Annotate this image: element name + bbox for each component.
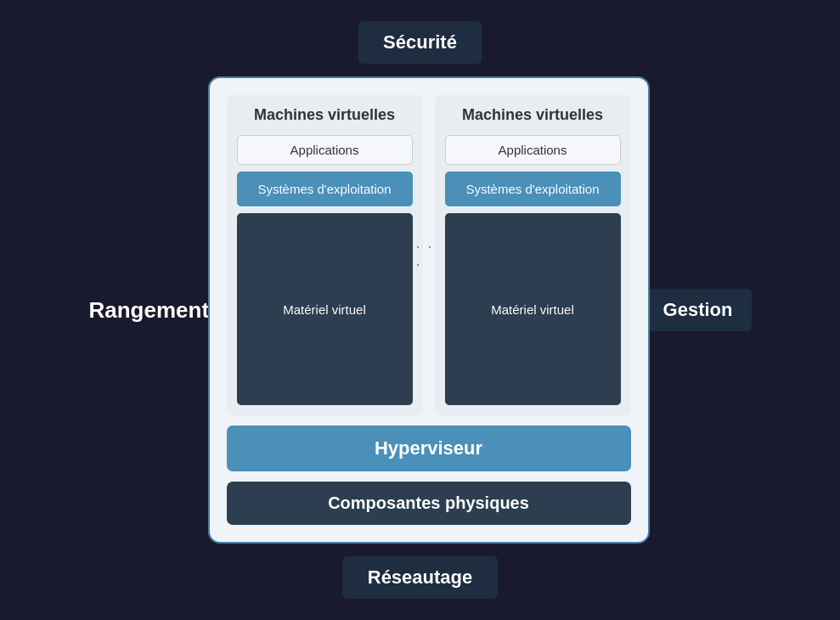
vm-box-1: Machines virtuelles Applications Système… [227, 95, 423, 415]
gestion-label: Gestion [645, 289, 752, 331]
vm1-applications: Applications [237, 135, 413, 165]
diagram-wrapper: Sécurité Réseautage Rangement Gestion Ma… [89, 21, 752, 599]
vm1-os: Systèmes d'exploitation [237, 172, 413, 206]
vm2-os: Systèmes d'exploitation [445, 172, 621, 206]
securite-label: Sécurité [358, 21, 482, 64]
vm-box-2: Machines virtuelles Applications Système… [435, 95, 631, 415]
vm1-hardware: Matériel virtuel [237, 213, 413, 405]
vm2-hardware: Matériel virtuel [445, 213, 621, 405]
vm-row: Machines virtuelles Applications Système… [227, 95, 631, 415]
vm1-title: Machines virtuelles [237, 105, 413, 128]
main-container: Machines virtuelles Applications Système… [208, 76, 650, 544]
rangement-label: Rangement [89, 297, 210, 324]
vm2-applications: Applications [445, 135, 621, 165]
reseautage-label: Réseautage [342, 556, 499, 599]
hyperviseur-bar: Hyperviseur [227, 426, 631, 471]
vm2-title: Machines virtuelles [445, 105, 621, 128]
vm-connector: · · · [416, 238, 442, 273]
composantes-bar: Composantes physiques [227, 482, 631, 525]
dotted-line: · · · [416, 238, 442, 273]
